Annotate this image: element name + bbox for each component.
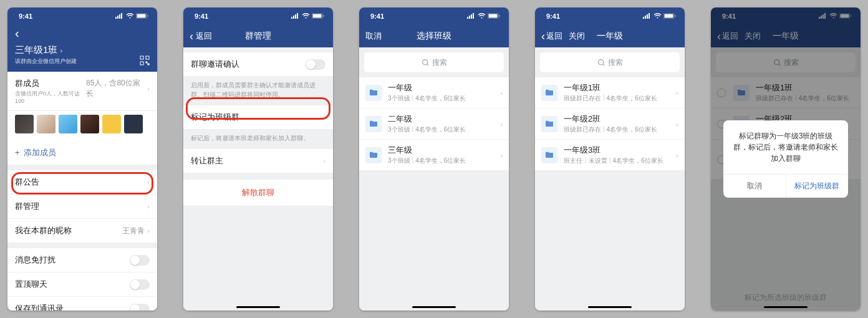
alert-ok-button[interactable]: 标记为班级群 <box>786 175 849 198</box>
battery-icon <box>663 12 676 20</box>
close-button[interactable]: 关闭 <box>569 31 585 42</box>
clock: 9:41 <box>195 12 208 20</box>
list-item[interactable]: 一年级3个班级|4名学生，6位家长› <box>359 77 509 108</box>
save-contacts-row[interactable]: 保存到通讯录 <box>7 297 157 311</box>
svg-rect-11 <box>146 62 147 63</box>
status-bar: 9:41 <box>535 7 685 25</box>
avatar[interactable] <box>124 115 143 133</box>
members-tip: 含微信用户0人，人数可达100 <box>15 90 86 104</box>
chevron-right-icon: › <box>500 120 503 128</box>
avatar[interactable] <box>80 115 99 133</box>
home-indicator <box>412 306 456 308</box>
add-member-row[interactable]: +添加成员 <box>7 141 157 165</box>
item-subtitle: 班级群已存在|4名学生，6位家长 <box>564 94 670 103</box>
search-icon <box>422 59 430 67</box>
screen-group-settings: 9:41 ‹ 三年级1班 › 该群由企业微信用户创建 群成员 含微信用户0人，人… <box>7 7 157 311</box>
nickname-row[interactable]: 我在本群的昵称王青青› <box>7 219 157 243</box>
folder-icon <box>541 116 557 132</box>
wifi-icon <box>653 12 662 20</box>
members-label: 群成员 <box>15 78 86 89</box>
toggle[interactable] <box>306 59 326 70</box>
status-bar: 9:41 <box>359 7 509 25</box>
screen-group-manage: 9:41 ‹返回 群管理 群聊邀请确认 启用后，群成员需要群主确认才能邀请成员进… <box>183 7 333 311</box>
svg-rect-6 <box>137 14 146 18</box>
battery-icon <box>136 12 148 20</box>
item-subtitle: 3个班级|4名学生，6位家长 <box>388 125 494 134</box>
folder-icon <box>365 85 382 101</box>
back-button[interactable]: ‹返回 <box>190 30 212 43</box>
search-input[interactable]: 搜索 <box>364 52 504 72</box>
invite-confirm-row[interactable]: 群聊邀请确认 <box>183 52 333 77</box>
cancel-button[interactable]: 取消 <box>365 31 382 42</box>
toggle[interactable] <box>130 279 150 290</box>
chevron-right-icon: › <box>500 89 503 97</box>
group-title[interactable]: 三年级1班 <box>15 44 57 55</box>
clock: 9:41 <box>19 12 32 20</box>
signal-icon <box>291 12 300 20</box>
item-title: 一年级1班 <box>564 82 670 94</box>
list-item[interactable]: 一年级3班班主任：未设置|4名学生，6位家长› <box>535 140 685 170</box>
toggle[interactable] <box>130 255 150 266</box>
alert-cancel-button[interactable]: 取消 <box>723 175 786 198</box>
svg-rect-38 <box>675 15 676 17</box>
item-subtitle: 3个班级|4名学生，6位家长 <box>388 157 494 165</box>
avatar[interactable] <box>102 115 121 133</box>
svg-point-17 <box>306 17 307 19</box>
item-title: 一年级 <box>388 82 494 94</box>
svg-rect-3 <box>121 13 122 19</box>
mark-hint: 标记后，将邀请本班老师和家长加入群聊。 <box>183 130 333 149</box>
svg-rect-34 <box>649 13 650 19</box>
svg-line-40 <box>602 64 604 65</box>
svg-rect-14 <box>293 16 294 19</box>
mark-class-row[interactable]: 标记为班级群› <box>183 105 333 130</box>
group-subtitle: 该群由企业微信用户创建 <box>15 57 77 65</box>
svg-rect-22 <box>469 16 470 19</box>
signal-icon <box>643 12 652 20</box>
members-row[interactable]: 群成员 含微信用户0人，人数可达100 85人，含80位家长› <box>7 72 157 111</box>
qr-icon[interactable] <box>140 55 150 65</box>
list-item[interactable]: 一年级2班班级群已存在|4名学生，6位家长› <box>535 108 685 140</box>
announcement-row[interactable]: 群公告› <box>7 170 157 195</box>
svg-rect-2 <box>119 14 120 19</box>
svg-point-29 <box>422 59 427 64</box>
status-bar: 9:41 <box>7 7 157 25</box>
group-header: ‹ 三年级1班 › 该群由企业微信用户创建 <box>7 25 157 72</box>
status-bar: 9:41 <box>183 7 333 25</box>
pin-row[interactable]: 置顶聊天 <box>7 272 157 297</box>
avatar[interactable] <box>37 115 55 133</box>
back-button[interactable]: ‹ <box>15 25 150 44</box>
modal-overlay[interactable]: 标记群聊为一年级3班的班级群，标记后，将邀请老师和家长加入群聊 取消 标记为班级… <box>711 7 861 311</box>
svg-rect-24 <box>473 13 474 19</box>
svg-rect-28 <box>499 15 500 17</box>
confirm-alert: 标记群聊为一年级3班的班级群，标记后，将邀请老师和家长加入群聊 取消 标记为班级… <box>723 120 848 198</box>
avatar[interactable] <box>15 115 34 133</box>
svg-line-30 <box>427 64 428 65</box>
dismiss-group[interactable]: 解散群聊 <box>183 180 333 206</box>
transfer-owner-row[interactable]: 转让群主› <box>183 149 333 173</box>
item-subtitle: 班主任：未设置|4名学生，6位家长 <box>564 157 670 165</box>
search-input[interactable]: 搜索 <box>540 52 680 72</box>
navbar: ‹返回 群管理 <box>183 25 333 47</box>
avatar[interactable] <box>59 115 77 133</box>
invite-hint: 启用后，群成员需要群主确认才能邀请成员进群。扫描二维码进群将同时停用。 <box>183 77 333 105</box>
battery-icon <box>312 12 324 20</box>
folder-icon <box>541 85 557 101</box>
list-item[interactable]: 三年级3个班级|4名学生，6位家长› <box>359 140 509 170</box>
svg-rect-21 <box>467 17 468 19</box>
member-avatars <box>7 111 157 141</box>
toggle[interactable] <box>130 304 150 311</box>
chevron-right-icon: › <box>500 152 503 159</box>
signal-icon <box>115 12 124 20</box>
svg-rect-23 <box>471 14 472 19</box>
navbar: ‹返回 关闭 一年级 <box>535 25 685 47</box>
battery-icon <box>488 12 500 20</box>
svg-rect-20 <box>323 15 324 17</box>
back-button[interactable]: ‹返回 <box>541 30 562 43</box>
svg-point-4 <box>130 17 131 19</box>
dnd-row[interactable]: 消息免打扰 <box>7 248 157 272</box>
list-item[interactable]: 一年级1班班级群已存在|4名学生，6位家长› <box>535 77 685 108</box>
home-indicator <box>588 306 632 308</box>
chevron-right-icon: › <box>676 120 678 128</box>
manage-row[interactable]: 群管理› <box>7 195 157 219</box>
list-item[interactable]: 二年级3个班级|4名学生，6位家长› <box>359 108 509 140</box>
